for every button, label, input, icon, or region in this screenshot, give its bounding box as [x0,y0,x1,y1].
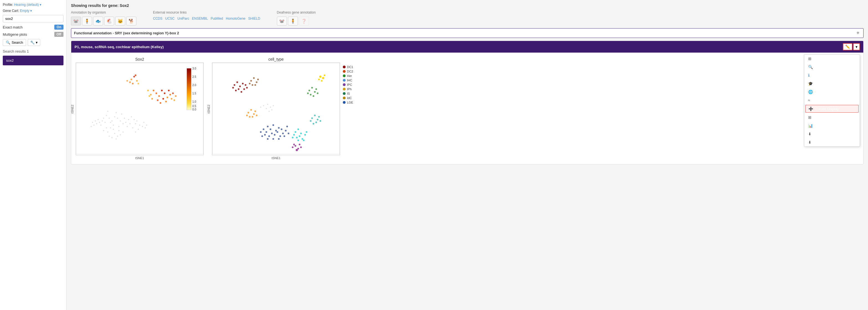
svg-point-172 [246,114,248,116]
svg-point-31 [138,129,139,130]
edit-button[interactable]: ✏️ [843,43,852,50]
dropdown-item-info[interactable]: ℹ Info [804,71,860,79]
svg-point-188 [318,116,320,117]
functional-annotation-bar: Functional annotation - SRY (sex determi… [71,28,864,38]
compare-icon: ≈ [808,98,810,102]
sox2-scatter-svg: 3.0 2.5 2.0 1.5 1.0 0.5 0.0 [76,63,204,154]
svg-point-154 [267,104,268,105]
ext-link-ccds[interactable]: CCDS [153,16,162,21]
org-icon-chicken[interactable]: 🐔 [104,16,114,26]
exact-match-toggle[interactable]: On [54,25,63,30]
svg-point-66 [171,98,173,100]
dropdown-item-publication[interactable]: 🎓 Publication [804,79,860,88]
profile-link[interactable]: Hearing (default) ▾ [14,3,41,7]
svg-point-114 [272,138,274,140]
org-icon-cat[interactable]: 🐱 [115,16,125,26]
svg-point-53 [116,138,117,139]
svg-point-72 [174,99,175,101]
publication-icon: 🎓 [808,81,813,86]
svg-point-44 [91,126,92,127]
displays-label: Displays [814,57,827,61]
deaf-icon-mouse[interactable]: 🐭 [277,16,287,26]
svg-point-118 [300,133,302,134]
functional-annotation-plus-button[interactable]: + [855,30,861,36]
svg-point-184 [317,119,318,120]
profile-line: Profile: Hearing (default) ▾ [3,3,63,7]
publication-label: Publication [815,82,833,86]
legend-dot-her [343,74,346,77]
multigene-label: Multigene plots [3,32,27,37]
svg-point-62 [162,98,164,100]
ext-link-ucsc[interactable]: UCSC [165,16,175,21]
ext-link-uniparc[interactable]: UniParc [177,16,189,21]
svg-point-68 [150,94,152,96]
svg-point-10 [113,125,114,126]
multigene-toggle[interactable]: Off [54,32,63,37]
search-input[interactable] [3,15,63,23]
external-links-title: External resource links [153,10,260,14]
multigene-label: Multigene Viewer [814,115,841,119]
dropdown-item-curate[interactable]: ➕ Curate Display [805,105,859,113]
dropdown-item-geo[interactable]: 🌐 GEO entry [804,88,860,96]
gene-cart-link[interactable]: Empty ▾ [20,9,32,13]
ext-link-shield[interactable]: SHIELD [248,16,260,21]
svg-point-123 [304,134,306,136]
legend-panel: DC1 DC2 Her IHC [343,57,353,160]
ext-link-homologene[interactable]: HomoloGene [226,16,246,21]
dropdown-item-download-bundle[interactable]: ⬇ Download bundle [804,130,860,138]
svg-point-105 [263,129,265,130]
org-icon-mouse[interactable]: 🐭 [71,16,81,26]
download-h5ad-icon: ⬇ [808,140,811,144]
svg-point-96 [278,127,280,129]
ext-link-pubmed[interactable]: PubMed [211,16,223,21]
svg-point-140 [253,77,255,79]
svg-point-131 [242,83,244,84]
result-item-sox2[interactable]: sox2 [3,56,63,65]
legend-item-lge: LGE [343,101,353,104]
svg-point-125 [306,131,307,133]
svg-point-128 [234,84,235,86]
sox2-plot-wrapper: tSNE2 [76,63,204,155]
svg-point-115 [267,138,269,140]
dataset-header: P1, mouse, scRNA-seq, cochlear epitheliu… [71,41,863,53]
tools-button[interactable]: 🔧 ▾ [28,39,40,46]
deaf-icon-human[interactable]: 🧍 [288,16,298,26]
dropdown-toggle-button[interactable]: ▾ [853,43,860,50]
svg-point-50 [107,132,108,133]
svg-point-142 [254,84,256,86]
svg-point-147 [311,87,313,89]
dropdown-item-scrna[interactable]: 📊 scRNA-Seq Analysis [804,122,860,130]
org-icon-dog[interactable]: 🐕 [126,16,136,26]
ext-link-ensembl[interactable]: ENSEMBL [192,16,208,21]
dropdown-item-compare[interactable]: ≈ Compare Gene Expression [804,96,860,104]
dropdown-item-download-h5ad[interactable]: ⬇ Download H5AD [804,138,860,146]
svg-point-130 [239,85,241,87]
view-label: View [815,65,823,69]
org-icon-fish[interactable]: 🐟 [93,16,103,26]
plots-area: Sox2 tSNE2 [71,53,863,164]
svg-point-126 [303,139,305,141]
svg-point-25 [133,119,135,120]
geo-icon: 🌐 [808,90,813,94]
svg-point-180 [293,144,295,145]
dataset-title: P1, mouse, scRNA-seq, cochlear epitheliu… [74,45,164,49]
deaf-icon-unknown[interactable]: ❓ [299,16,309,26]
org-icon-human[interactable]: 🧍 [82,16,92,26]
svg-point-127 [298,139,299,141]
dropdown-menu: ⊞ Displays 🔍 View ℹ Info 🎓 [804,54,860,147]
svg-point-7 [116,112,117,113]
dropdown-item-multigene[interactable]: ⊞ Multigene Viewer [804,113,860,122]
external-links-section: External resource links CCDS UCSC UniPar… [153,10,260,21]
legend-dot-ihc [343,79,346,82]
svg-point-33 [135,132,136,133]
svg-point-110 [264,134,266,136]
svg-point-167 [247,112,249,113]
svg-point-58 [166,97,168,98]
svg-point-42 [93,125,94,126]
dropdown-item-view[interactable]: 🔍 View [804,63,860,71]
search-button[interactable]: 🔍 Search [3,39,26,46]
svg-point-178 [296,149,298,151]
dropdown-item-displays[interactable]: ⊞ Displays [804,55,860,63]
svg-point-158 [273,105,274,106]
svg-point-176 [298,148,299,149]
